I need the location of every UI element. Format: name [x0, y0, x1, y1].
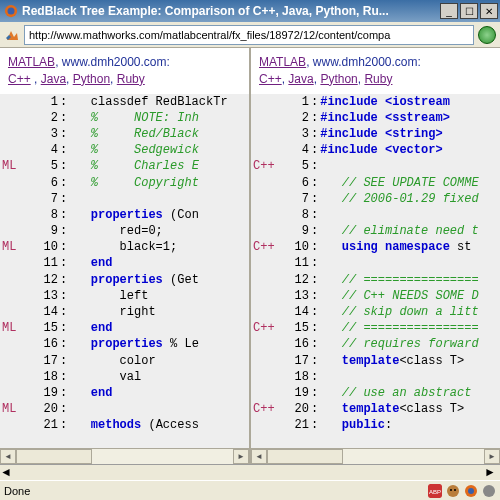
code-line: 4:#include <vector>	[251, 142, 500, 158]
link-ruby[interactable]: Ruby	[117, 72, 145, 86]
code-line: 9: red=0;	[0, 223, 249, 239]
code-line: 6: // SEE UPDATE COMME	[251, 175, 500, 191]
svg-point-7	[450, 489, 452, 491]
code-line: 9: // eliminate need t	[251, 223, 500, 239]
url-input[interactable]: http://www.mathworks.com/matlabcentral/f…	[24, 25, 474, 45]
code-line: 1: classdef RedBlackTr	[0, 94, 249, 110]
scroll-left-button[interactable]: ◄	[251, 449, 267, 464]
code-line: 13: // C++ NEEDS SOME D	[251, 288, 500, 304]
tray-icon[interactable]	[482, 484, 496, 498]
right-pane: MATLAB, www.dmh2000.com: C++, Java, Pyth…	[251, 48, 500, 464]
left-code: 1: classdef RedBlackTr2: % NOTE: Inh3: %…	[0, 94, 249, 448]
code-line: 11:	[251, 255, 500, 271]
right-hscrollbar[interactable]: ◄ ►	[251, 448, 500, 464]
link-matlab[interactable]: MATLAB	[259, 55, 306, 69]
code-line: C++10: using namespace st	[251, 239, 500, 255]
code-line: 7: // 2006-01.29 fixed	[251, 191, 500, 207]
code-line: 8: properties (Con	[0, 207, 249, 223]
scroll-track[interactable]	[16, 465, 484, 480]
code-line: 19: end	[0, 385, 249, 401]
code-line: 12: properties (Get	[0, 272, 249, 288]
scroll-left-button[interactable]: ◄	[0, 449, 16, 464]
link-java[interactable]: Java	[41, 72, 66, 86]
code-line: 17: color	[0, 353, 249, 369]
scroll-right-button[interactable]: ►	[484, 465, 500, 480]
right-header: MATLAB, www.dmh2000.com: C++, Java, Pyth…	[251, 48, 500, 94]
svg-point-10	[468, 488, 474, 494]
link-cpp[interactable]: C++	[8, 72, 31, 86]
scroll-track[interactable]	[16, 449, 233, 464]
maximize-button[interactable]: ☐	[460, 3, 478, 19]
code-line: ML5: % Charles E	[0, 158, 249, 174]
right-code: 1:#include <iostream2:#include <sstream>…	[251, 94, 500, 448]
code-line: 6: % Copyright	[0, 175, 249, 191]
window-title: RedBlack Tree Example: Comparison of C++…	[22, 4, 440, 18]
abp-icon[interactable]: ABP	[428, 484, 442, 498]
code-line: C++5:	[251, 158, 500, 174]
svg-point-1	[8, 8, 15, 15]
scroll-thumb[interactable]	[267, 449, 343, 464]
code-line: 16: properties % Le	[0, 336, 249, 352]
link-cpp[interactable]: C++	[259, 72, 282, 86]
code-line: 18:	[251, 369, 500, 385]
code-line: 14: // skip down a litt	[251, 304, 500, 320]
svg-point-11	[483, 485, 495, 497]
svg-point-8	[454, 489, 456, 491]
scroll-left-button[interactable]: ◄	[0, 465, 16, 480]
scroll-right-button[interactable]: ►	[484, 449, 500, 464]
code-line: 8:	[251, 207, 500, 223]
code-line: C++15: // ================	[251, 320, 500, 336]
code-line: 13: left	[0, 288, 249, 304]
code-line: ML10: black=1;	[0, 239, 249, 255]
status-text: Done	[4, 485, 424, 497]
close-button[interactable]: ✕	[480, 3, 498, 19]
scroll-track[interactable]	[267, 449, 484, 464]
code-line: C++20: template<class T>	[251, 401, 500, 417]
code-line: 2: % NOTE: Inh	[0, 110, 249, 126]
code-line: 7:	[0, 191, 249, 207]
code-line: 3: % Red/Black	[0, 126, 249, 142]
window-titlebar: RedBlack Tree Example: Comparison of C++…	[0, 0, 500, 22]
firefox-icon	[4, 4, 18, 18]
go-button[interactable]	[478, 26, 496, 44]
content-area: MATLAB, www.dmh2000.com: C++ , Java, Pyt…	[0, 48, 500, 464]
status-bar: Done ABP	[0, 480, 500, 500]
link-java[interactable]: Java	[288, 72, 313, 86]
code-line: 11: end	[0, 255, 249, 271]
scroll-thumb[interactable]	[16, 449, 92, 464]
link-python[interactable]: Python	[320, 72, 357, 86]
address-toolbar: http://www.mathworks.com/matlabcentral/f…	[0, 22, 500, 48]
main-hscrollbar[interactable]: ◄ ►	[0, 464, 500, 480]
link-matlab[interactable]: MATLAB	[8, 55, 55, 69]
code-line: 14: right	[0, 304, 249, 320]
code-line: 4: % Sedgewick	[0, 142, 249, 158]
code-line: 21: public:	[251, 417, 500, 433]
svg-text:ABP: ABP	[429, 489, 441, 495]
code-line: 12: // ================	[251, 272, 500, 288]
left-hscrollbar[interactable]: ◄ ►	[0, 448, 249, 464]
minimize-button[interactable]: _	[440, 3, 458, 19]
monkey-icon[interactable]	[446, 484, 460, 498]
code-line: 17: template<class T>	[251, 353, 500, 369]
link-python[interactable]: Python	[73, 72, 110, 86]
code-line: ML15: end	[0, 320, 249, 336]
matlab-icon	[4, 27, 20, 43]
svg-point-6	[447, 485, 459, 497]
left-header: MATLAB, www.dmh2000.com: C++ , Java, Pyt…	[0, 48, 249, 94]
code-line: 1:#include <iostream	[251, 94, 500, 110]
firefox-small-icon[interactable]	[464, 484, 478, 498]
code-line: 18: val	[0, 369, 249, 385]
code-line: ML20:	[0, 401, 249, 417]
code-line: 2:#include <sstream>	[251, 110, 500, 126]
code-line: 3:#include <string>	[251, 126, 500, 142]
code-line: 21: methods (Access	[0, 417, 249, 433]
link-ruby[interactable]: Ruby	[364, 72, 392, 86]
scroll-right-button[interactable]: ►	[233, 449, 249, 464]
code-line: 16: // requires forward	[251, 336, 500, 352]
left-pane: MATLAB, www.dmh2000.com: C++ , Java, Pyt…	[0, 48, 251, 464]
code-line: 19: // use an abstract	[251, 385, 500, 401]
